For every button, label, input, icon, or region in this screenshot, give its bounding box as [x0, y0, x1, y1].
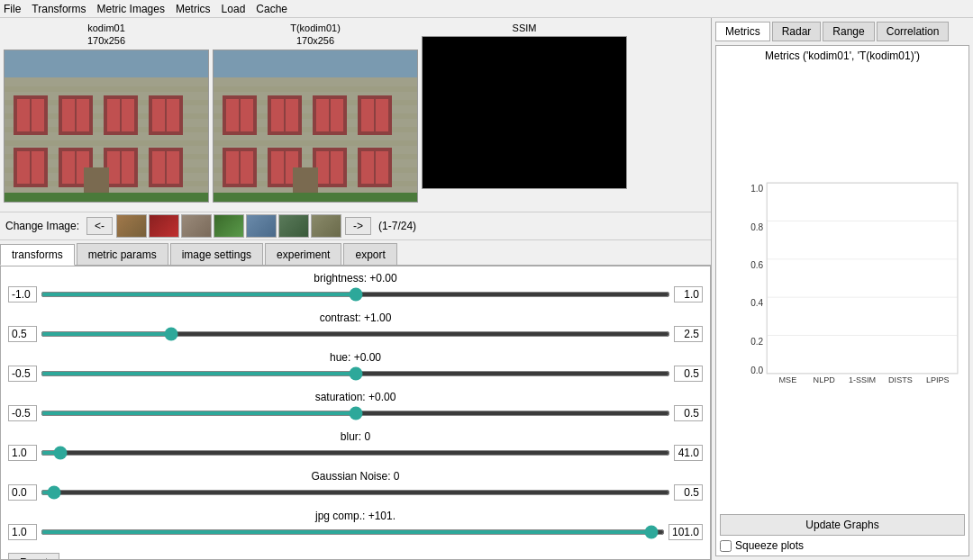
brightness-slider[interactable]	[41, 292, 670, 297]
metrics-content: Metrics ('kodim01', 'T(kodim01)') 1.0 0.…	[715, 45, 969, 556]
svg-text:0.0: 0.0	[750, 366, 763, 375]
menu-load[interactable]: Load	[222, 3, 246, 15]
thumbnail-strip	[116, 214, 341, 238]
svg-text:1-SSIM: 1-SSIM	[849, 375, 876, 384]
thumbnail-3[interactable]	[181, 214, 212, 238]
gaussian-noise-slider[interactable]	[41, 490, 670, 495]
svg-text:1.0: 1.0	[750, 184, 763, 194]
svg-rect-56	[361, 99, 374, 131]
svg-text:LPIPS: LPIPS	[926, 375, 950, 384]
svg-rect-12	[32, 99, 44, 131]
thumbnail-5[interactable]	[246, 214, 277, 238]
right-tab-metrics[interactable]: Metrics	[715, 22, 770, 41]
main-content: kodim01 170x256	[0, 18, 973, 560]
reset-button[interactable]: Reset	[8, 553, 59, 560]
nav-row: Change Image: <- -> (1-7/24)	[0, 212, 711, 240]
blur-slider[interactable]	[41, 450, 670, 456]
ssim-title: SSIM	[513, 22, 537, 34]
right-tab-range[interactable]: Range	[823, 22, 874, 41]
thumbnail-6[interactable]	[278, 214, 309, 238]
contrast-max: 2.5	[674, 326, 703, 342]
svg-rect-32	[152, 151, 165, 184]
brightness-max: 1.0	[674, 286, 703, 303]
contrast-min: 0.5	[8, 326, 37, 342]
squeeze-plots-checkbox[interactable]	[720, 540, 732, 552]
prev-image-button[interactable]: <-	[86, 217, 113, 235]
svg-rect-18	[122, 99, 134, 131]
update-graphs-button[interactable]: Update Graphs	[720, 514, 965, 536]
transformed-image	[213, 50, 418, 203]
blur-label: blur: 0	[8, 430, 703, 443]
right-panel: Metrics Radar Range Correlation Metrics …	[712, 18, 973, 560]
blur-min: 1.0	[8, 445, 37, 461]
svg-rect-35	[5, 193, 209, 203]
hue-slider[interactable]	[41, 371, 670, 376]
tab-metric-params[interactable]: metric params	[77, 243, 168, 265]
jpg-comp-row: 1.0 101.0	[8, 524, 703, 540]
menu-metric-images[interactable]: Metric Images	[97, 3, 165, 15]
thumbnail-7[interactable]	[311, 214, 341, 238]
svg-rect-69	[376, 151, 388, 184]
right-tab-correlation[interactable]: Correlation	[877, 22, 950, 41]
next-image-button[interactable]: ->	[345, 217, 371, 235]
jpg-comp-min: 1.0	[8, 524, 37, 540]
transformed-image-block: T(kodim01) 170x256	[213, 22, 418, 203]
blur-max: 41.0	[674, 445, 703, 461]
right-tab-radar[interactable]: Radar	[772, 22, 822, 41]
thumbnail-4[interactable]	[214, 214, 244, 238]
svg-rect-30	[122, 151, 134, 184]
gaussian-noise-group: Gaussian Noise: 0 0.0 0.5	[8, 470, 703, 501]
squeeze-row: Squeeze plots	[720, 539, 965, 552]
hue-min: -0.5	[8, 366, 37, 382]
svg-rect-78	[767, 183, 958, 374]
squeeze-plots-label: Squeeze plots	[735, 539, 804, 552]
saturation-group: saturation: +0.00 -0.5 0.5	[8, 391, 703, 421]
svg-text:NLPD: NLPD	[814, 375, 836, 384]
menu-metrics[interactable]: Metrics	[176, 3, 211, 15]
images-row: kodim01 170x256	[0, 18, 711, 212]
saturation-slider[interactable]	[41, 411, 670, 416]
contrast-slider[interactable]	[41, 331, 670, 337]
svg-rect-6	[5, 140, 209, 146]
tab-export[interactable]: export	[343, 243, 396, 265]
transformed-image-svg	[214, 50, 418, 203]
ssim-image-block: SSIM	[422, 22, 627, 189]
svg-rect-14	[62, 99, 75, 131]
image-counter: (1-7/24)	[378, 220, 416, 232]
original-image-svg	[5, 50, 209, 203]
saturation-row: -0.5 0.5	[8, 405, 703, 421]
menubar: File Transforms Metric Images Metrics Lo…	[0, 0, 973, 18]
thumbnail-2[interactable]	[149, 214, 179, 238]
menu-transforms[interactable]: Transforms	[32, 3, 86, 15]
svg-rect-66	[331, 151, 343, 184]
chart-area: 1.0 0.8 0.6 0.4 0.2 0.0 MSE	[720, 66, 965, 509]
svg-rect-48	[241, 99, 253, 131]
tab-transforms[interactable]: transforms	[0, 244, 75, 266]
svg-rect-33	[167, 151, 179, 184]
svg-rect-29	[107, 151, 120, 184]
jpg-comp-group: jpg comp.: +101. 1.0 101.0	[8, 510, 703, 540]
hue-label: hue: +0.00	[8, 351, 703, 364]
transformed-title: T(kodim01) 170x256	[290, 22, 341, 48]
menu-file[interactable]: File	[4, 3, 21, 15]
svg-rect-65	[316, 151, 329, 184]
original-image-block: kodim01 170x256	[4, 22, 209, 203]
jpg-comp-slider[interactable]	[41, 529, 665, 535]
saturation-label: saturation: +0.00	[8, 391, 703, 403]
tab-image-settings[interactable]: image settings	[170, 243, 263, 265]
svg-rect-0	[5, 50, 209, 77]
svg-rect-53	[316, 99, 329, 131]
saturation-max: 0.5	[674, 405, 703, 421]
thumbnail-1[interactable]	[116, 214, 147, 238]
metrics-chart-svg: 1.0 0.8 0.6 0.4 0.2 0.0 MSE	[747, 66, 965, 491]
svg-rect-50	[271, 99, 284, 131]
svg-text:MSE: MSE	[779, 375, 797, 384]
contrast-label: contrast: +1.00	[8, 312, 703, 324]
svg-rect-68	[361, 151, 374, 184]
menu-cache[interactable]: Cache	[256, 3, 287, 15]
blur-group: blur: 0 1.0 41.0	[8, 430, 703, 461]
tab-experiment[interactable]: experiment	[265, 243, 341, 265]
jpg-comp-max: 101.0	[668, 524, 703, 540]
svg-rect-11	[17, 99, 30, 131]
brightness-row: -1.0 1.0	[8, 286, 703, 303]
